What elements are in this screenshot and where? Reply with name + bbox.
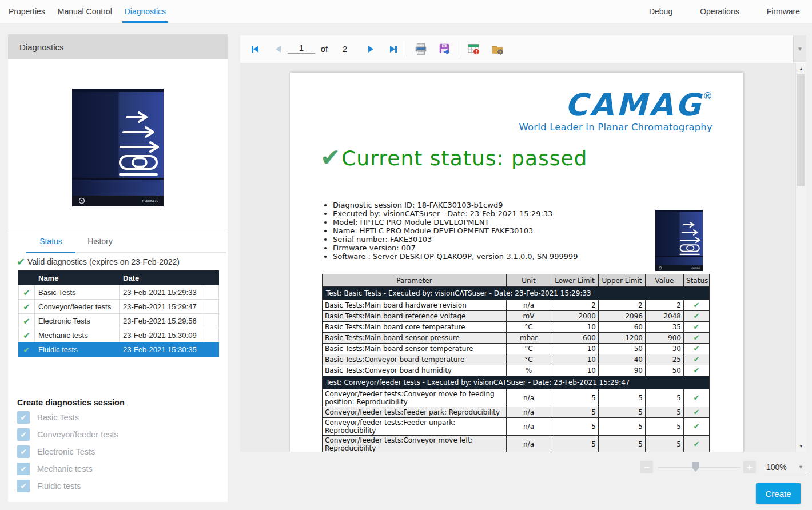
report-detail-item: Serial number: FAKE30103 <box>333 235 578 244</box>
unit-cell: % <box>507 365 551 376</box>
create-session-title: Create diagnostics session <box>17 398 125 407</box>
checkbox-row-electronic-tests: ✔Electronic Tests <box>17 445 118 459</box>
create-button[interactable]: Create <box>756 483 801 504</box>
value-cell: 30 <box>646 344 684 354</box>
page-number-input[interactable] <box>288 42 315 54</box>
table-row[interactable]: ✔Electronic Tests23-Feb-2021 15:29:56 <box>19 314 219 328</box>
next-page-button[interactable] <box>360 35 381 62</box>
toolbar-separator <box>459 41 459 57</box>
table-row[interactable]: ✔Basic Tests23-Feb-2021 15:29:33 <box>19 285 219 300</box>
checkbox-conveyor-feeder-tests[interactable]: ✔ <box>17 428 30 441</box>
folder-settings-button[interactable] <box>485 35 510 62</box>
upper-limit-cell: 90 <box>599 365 646 376</box>
parameter-cell: Basic Tests:Conveyor board humidity <box>323 365 507 376</box>
scroll-down-icon[interactable]: ▼ <box>796 441 806 451</box>
unit-cell: n/a <box>507 407 551 418</box>
status-cell: ✔ <box>684 322 710 333</box>
spacer-cell <box>204 314 219 328</box>
value-cell: 2 <box>646 300 684 311</box>
pass-check-icon: ✔ <box>694 312 700 320</box>
spacer-cell <box>204 328 219 342</box>
valid-diagnostics-line: ✔ Valid diagnostics (expires on 23-Feb-2… <box>17 257 180 267</box>
status-cell: ✔ <box>684 418 710 436</box>
camag-logo-tagline: World Leader in Planar Chromatography <box>519 123 713 133</box>
zoom-level-select[interactable]: 100% ▼ <box>764 459 806 475</box>
tab-firmware[interactable]: Firmware <box>761 0 806 23</box>
scrollbar-thumb[interactable] <box>797 74 805 186</box>
top-navigation: PropertiesManual ControlDiagnostics Debu… <box>0 0 812 23</box>
status-cell: ✔ <box>684 354 710 365</box>
report-detail-item: Firmware version: 007 <box>333 244 578 252</box>
value-cell: 5 <box>646 436 684 452</box>
status-cell: ✔ <box>684 333 710 344</box>
checkbox-row-mechanic-tests: ✔Mechanic tests <box>17 462 118 476</box>
pass-check-icon: ✔ <box>23 345 30 355</box>
test-date-cell: 23-Feb-2021 15:29:47 <box>120 300 204 314</box>
unit-cell: mV <box>507 311 551 322</box>
zoom-out-button[interactable]: − <box>640 461 653 473</box>
checkbox-mechanic-tests[interactable]: ✔ <box>17 463 30 475</box>
upper-limit-cell: 5 <box>599 407 646 418</box>
toolbar-overflow-button[interactable]: ▼ <box>793 35 806 62</box>
table-row[interactable]: ✔Mechanic tests23-Feb-2021 15:30:09 <box>19 328 219 342</box>
checkbox-row-conveyor-feeder-tests: ✔Conveyor/feeder tests <box>17 428 118 441</box>
column-header-spacer <box>204 271 219 285</box>
svg-text:CAMAG: CAMAG <box>141 199 158 204</box>
tab-properties[interactable]: Properties <box>2 0 51 23</box>
export-save-button[interactable] <box>432 35 457 62</box>
table-row[interactable]: ✔Fluidic tests23-Feb-2021 15:30:35 <box>19 342 219 357</box>
status-cell: ✔ <box>684 407 710 418</box>
checkbox-label: Conveyor/feeder tests <box>37 430 118 439</box>
parameter-cell: Conveyor/feeder tests:Feeder park: Repro… <box>323 407 507 418</box>
checkbox-row-basic-tests: ✔Basic Tests <box>17 411 118 424</box>
test-date-cell: 23-Feb-2021 15:29:33 <box>120 285 204 300</box>
parameter-cell: Conveyor/feeder tests:Feeder unpark: Rep… <box>323 418 507 436</box>
previous-page-button[interactable] <box>268 35 288 62</box>
upper-limit-cell: 60 <box>599 322 646 333</box>
pass-check-icon: ✔ <box>694 301 700 309</box>
tab-manual-control[interactable]: Manual Control <box>51 0 118 23</box>
tab-diagnostics[interactable]: Diagnostics <box>118 0 172 23</box>
tab-operations[interactable]: Operations <box>694 0 745 23</box>
unit-cell: °C <box>507 354 551 365</box>
pass-check-icon: ✔ <box>694 355 700 364</box>
upper-limit-cell: 50 <box>599 344 646 354</box>
table-row[interactable]: ✔Conveyor/feeder tests23-Feb-2021 15:29:… <box>19 300 219 314</box>
zoom-in-button[interactable]: + <box>743 461 756 473</box>
pass-check-icon: ✔ <box>694 344 700 353</box>
print-button[interactable] <box>408 35 433 62</box>
pass-check-icon: ✔ <box>23 288 30 298</box>
checkbox-label: Mechanic tests <box>37 464 93 473</box>
tab-history[interactable]: History <box>75 229 125 253</box>
spacer-cell <box>204 342 219 357</box>
pass-check-icon: ✔ <box>694 393 700 402</box>
test-name-cell: Fluidic tests <box>35 342 120 357</box>
zoom-slider-thumb[interactable] <box>692 462 699 472</box>
first-page-button[interactable] <box>245 35 265 62</box>
unit-cell: mbar <box>507 333 551 344</box>
toolbar-overflow-icon: ▼ <box>797 46 803 52</box>
checkbox-label: Basic Tests <box>37 413 79 422</box>
tab-debug[interactable]: Debug <box>643 0 679 23</box>
lower-limit-cell: 2 <box>551 300 599 311</box>
report-data-row: Basic Tests:Conveyor board temperature°C… <box>323 354 710 365</box>
last-page-icon <box>390 46 395 53</box>
value-cell: 35 <box>646 322 684 333</box>
unit-cell: n/a <box>507 389 551 407</box>
tab-status[interactable]: Status <box>26 229 75 253</box>
checkbox-fluidic-tests[interactable]: ✔ <box>17 480 30 492</box>
last-page-button[interactable] <box>383 35 404 62</box>
test-name-cell: Electronic Tests <box>35 314 120 328</box>
report-data-row: Conveyor/feeder tests:Feeder park: Repro… <box>323 407 710 418</box>
scroll-up-icon[interactable]: ▲ <box>796 64 806 73</box>
page-total-label: 2 <box>336 35 353 62</box>
report-alert-button[interactable] <box>461 35 486 62</box>
parameter-cell: Basic Tests:Main board hardware revision <box>323 300 507 311</box>
checkbox-electronic-tests[interactable]: ✔ <box>17 445 30 458</box>
checkbox-basic-tests[interactable]: ✔ <box>17 411 30 424</box>
viewer-scrollbar[interactable]: ▲ ▼ <box>795 63 806 452</box>
test-name-cell: Basic Tests <box>35 285 120 300</box>
parameter-cell: Basic Tests:Main board sensor pressure <box>323 333 507 344</box>
checkbox-label: Fluidic tests <box>37 481 81 491</box>
pass-check-icon: ✔ <box>694 408 700 416</box>
